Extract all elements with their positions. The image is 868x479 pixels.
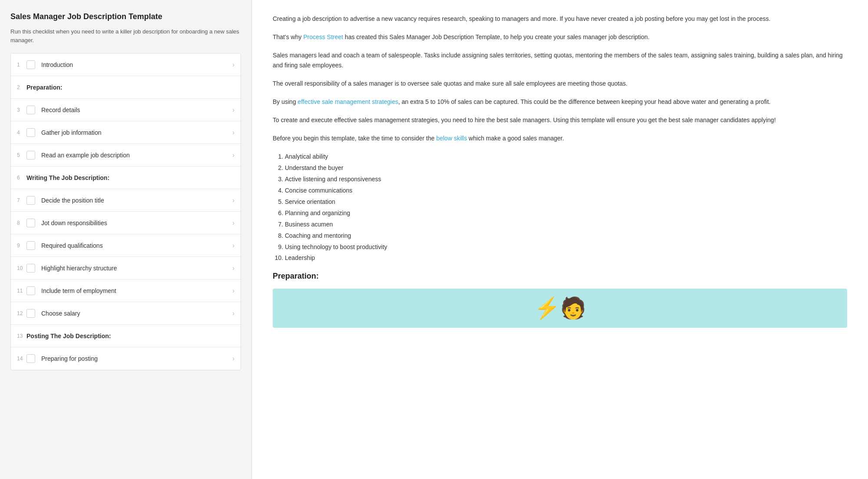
preparation-heading: Preparation: — [273, 272, 847, 281]
section-number: 6 — [17, 175, 26, 181]
item-number: 11 — [17, 288, 26, 294]
checklist-item-3[interactable]: 3 Record details › — [11, 99, 241, 121]
checklist-item-8[interactable]: 8 Jot down responsibilities › — [11, 212, 241, 234]
item-checkbox[interactable] — [26, 264, 35, 273]
item-checkbox[interactable] — [26, 286, 35, 295]
chevron-right-icon: › — [232, 61, 234, 69]
chevron-right-icon: › — [232, 151, 234, 159]
item-checkbox[interactable] — [26, 128, 35, 137]
item-label: Required qualifications — [41, 242, 229, 249]
skill-item-7: Business acumen — [285, 219, 847, 230]
item-checkbox[interactable] — [26, 354, 35, 363]
section-header-2: 2 Preparation: — [11, 76, 241, 99]
skill-item-2: Understand the buyer — [285, 163, 847, 174]
skill-item-1: Analytical ability — [285, 151, 847, 163]
intro-para-5: By using effective sale management strat… — [273, 97, 847, 107]
item-number: 9 — [17, 243, 26, 249]
checklist-item-7[interactable]: 7 Decide the position title › — [11, 189, 241, 212]
item-label: Read an example job description — [41, 152, 229, 159]
item-number: 5 — [17, 152, 26, 158]
item-checkbox[interactable] — [26, 60, 35, 69]
section-title: Preparation: — [26, 84, 62, 91]
checklist-item-9[interactable]: 9 Required qualifications › — [11, 234, 241, 257]
item-label: Highlight hierarchy structure — [41, 265, 229, 272]
skill-item-8: Coaching and mentoring — [285, 230, 847, 242]
item-number: 12 — [17, 310, 26, 316]
process-street-link[interactable]: Process Street — [303, 33, 343, 40]
item-number: 1 — [17, 62, 26, 68]
item-label: Record details — [41, 106, 229, 113]
item-number: 14 — [17, 356, 26, 362]
item-label: Introduction — [41, 61, 229, 68]
skill-item-5: Service orientation — [285, 196, 847, 208]
skill-item-10: Leadership — [285, 253, 847, 264]
chevron-right-icon: › — [232, 355, 234, 363]
item-label: Gather job information — [41, 129, 229, 136]
skills-list: Analytical abilityUnderstand the buyerAc… — [285, 151, 847, 264]
checklist-item-12[interactable]: 12 Choose salary › — [11, 302, 241, 325]
item-label: Jot down responsibilities — [41, 220, 229, 226]
chevron-right-icon: › — [232, 242, 234, 249]
intro-para-7: Before you begin this template, take the… — [273, 133, 847, 144]
item-number: 8 — [17, 220, 26, 226]
teal-banner: ⚡🧑 — [273, 289, 847, 328]
item-checkbox[interactable] — [26, 241, 35, 250]
chevron-right-icon: › — [232, 219, 234, 227]
intro-para-6: To create and execute effective sales ma… — [273, 115, 847, 126]
item-number: 7 — [17, 197, 26, 203]
left-panel: Sales Manager Job Description Template R… — [0, 0, 252, 479]
item-label: Preparing for posting — [41, 355, 229, 362]
intro-para-4: The overall responsibility of a sales ma… — [273, 79, 847, 89]
section-header-6: 6 Writing The Job Description: — [11, 166, 241, 189]
right-panel: Creating a job description to advertise … — [252, 0, 868, 479]
checklist-item-14[interactable]: 14 Preparing for posting › — [11, 347, 241, 370]
section-number: 2 — [17, 84, 26, 90]
item-label: Choose salary — [41, 310, 229, 317]
checklist-item-1[interactable]: 1 Introduction › — [11, 53, 241, 76]
item-checkbox[interactable] — [26, 219, 35, 227]
item-label: Include term of employment — [41, 287, 229, 294]
banner-emoji: ⚡🧑 — [534, 296, 586, 320]
skill-item-9: Using technology to boost productivity — [285, 242, 847, 253]
item-number: 3 — [17, 107, 26, 113]
template-description: Run this checklist when you need to writ… — [10, 27, 241, 44]
item-label: Decide the position title — [41, 197, 229, 204]
chevron-right-icon: › — [232, 287, 234, 295]
item-checkbox[interactable] — [26, 196, 35, 205]
item-checkbox[interactable] — [26, 106, 35, 114]
template-title: Sales Manager Job Description Template — [10, 12, 241, 21]
item-number: 4 — [17, 130, 26, 136]
checklist-item-11[interactable]: 11 Include term of employment › — [11, 279, 241, 302]
left-header: Sales Manager Job Description Template R… — [10, 12, 241, 44]
section-title: Posting The Job Description: — [26, 333, 111, 339]
skill-item-6: Planning and organizing — [285, 208, 847, 219]
item-checkbox[interactable] — [26, 151, 35, 160]
chevron-right-icon: › — [232, 264, 234, 272]
section-title: Writing The Job Description: — [26, 174, 109, 181]
checklist-item-10[interactable]: 10 Highlight hierarchy structure › — [11, 257, 241, 279]
intro-para-1: Creating a job description to advertise … — [273, 14, 847, 24]
skill-item-4: Concise communications — [285, 185, 847, 196]
section-number: 13 — [17, 333, 26, 339]
intro-para-2: That's why Process Street has created th… — [273, 32, 847, 43]
item-number: 10 — [17, 265, 26, 271]
checklist: 1 Introduction › 2 Preparation: 3 Record… — [10, 53, 241, 370]
checklist-item-4[interactable]: 4 Gather job information › — [11, 121, 241, 144]
section-header-13: 13 Posting The Job Description: — [11, 325, 241, 347]
intro-para-3: Sales managers lead and coach a team of … — [273, 50, 847, 71]
checklist-item-5[interactable]: 5 Read an example job description › — [11, 144, 241, 166]
chevron-right-icon: › — [232, 309, 234, 317]
chevron-right-icon: › — [232, 129, 234, 136]
item-checkbox[interactable] — [26, 309, 35, 318]
chevron-right-icon: › — [232, 106, 234, 114]
below-skills-link[interactable]: below skills — [436, 135, 467, 142]
effective-strategies-link[interactable]: effective sale management strategies — [298, 98, 399, 105]
skill-item-3: Active listening and responsiveness — [285, 174, 847, 185]
chevron-right-icon: › — [232, 196, 234, 204]
